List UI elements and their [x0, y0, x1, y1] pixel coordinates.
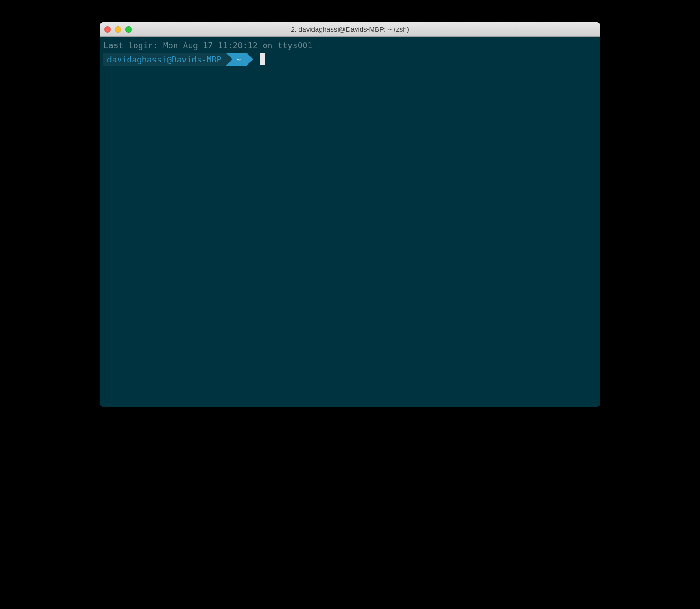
minimize-icon[interactable]: [115, 26, 121, 33]
zoom-icon[interactable]: [125, 26, 132, 33]
prompt-path-text: ~: [236, 54, 241, 65]
window-title: 2. davidaghassi@Davids-MBP: ~ (zsh): [100, 25, 600, 33]
window-titlebar[interactable]: 2. davidaghassi@Davids-MBP: ~ (zsh): [100, 22, 600, 37]
last-login-text: Last login: Mon Aug 17 11:20:12 on ttys0…: [103, 39, 597, 51]
prompt-user-host: davidaghassi@Davids-MBP: [103, 53, 226, 66]
close-icon[interactable]: [104, 26, 111, 33]
terminal-body[interactable]: Last login: Mon Aug 17 11:20:12 on ttys0…: [100, 37, 600, 407]
terminal-window: 2. davidaghassi@Davids-MBP: ~ (zsh) Last…: [100, 22, 600, 407]
cursor-icon: [260, 53, 265, 65]
prompt-user-host-text: davidaghassi@Davids-MBP: [107, 54, 221, 65]
traffic-lights: [104, 26, 132, 33]
prompt-line: davidaghassi@Davids-MBP ~: [103, 53, 597, 66]
